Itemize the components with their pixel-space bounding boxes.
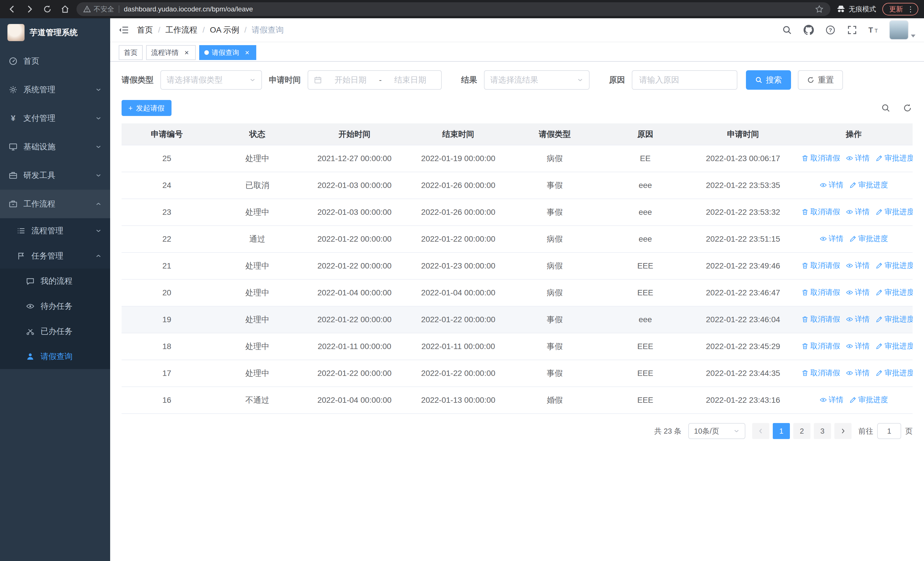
security-warning[interactable]: 不安全 bbox=[83, 5, 114, 14]
cancel-action-link[interactable]: 取消请假 bbox=[801, 153, 840, 163]
sidebar-item-my-process[interactable]: 我的流程 bbox=[0, 269, 110, 294]
font-size-icon[interactable]: TT bbox=[865, 21, 882, 39]
tab-leave-query[interactable]: 请假查询× bbox=[199, 45, 256, 60]
progress-action-link[interactable]: 审批进度 bbox=[849, 234, 888, 244]
app-logo[interactable]: 芋道管理系统 bbox=[0, 18, 110, 47]
breadcrumb-item[interactable]: 工作流程 bbox=[165, 24, 198, 35]
browser-menu-icon[interactable]: ⋮ bbox=[907, 5, 914, 13]
incognito-icon bbox=[837, 5, 845, 14]
column-header: 申请时间 bbox=[691, 123, 795, 145]
search-button[interactable]: 搜索 bbox=[746, 70, 791, 90]
page-button-1[interactable]: 1 bbox=[773, 423, 790, 439]
progress-action-link[interactable]: 审批进度 bbox=[876, 207, 913, 217]
cell-start_time: 2022-01-03 00:00:00 bbox=[303, 199, 406, 226]
sidebar-item-home[interactable]: 首页 bbox=[0, 47, 110, 75]
security-label: 不安全 bbox=[94, 5, 114, 14]
detail-action-link[interactable]: 详情 bbox=[846, 207, 870, 217]
cancel-action-link[interactable]: 取消请假 bbox=[801, 368, 840, 378]
detail-action-link[interactable]: 详情 bbox=[819, 234, 843, 244]
sidebar-item-workflow[interactable]: 工作流程 bbox=[0, 190, 110, 218]
help-icon[interactable]: ? bbox=[822, 21, 839, 39]
cell-actions: 取消请假详情审批进度 bbox=[795, 199, 913, 226]
dashboard-icon bbox=[9, 57, 18, 66]
reset-button[interactable]: 重置 bbox=[798, 70, 843, 90]
leave-type-select[interactable]: 请选择请假类型 bbox=[160, 70, 262, 90]
collapse-sidebar-icon[interactable] bbox=[119, 26, 129, 35]
delete-icon bbox=[801, 343, 809, 350]
progress-action-link[interactable]: 审批进度 bbox=[876, 314, 913, 324]
sidebar-item-system[interactable]: 系统管理 bbox=[0, 75, 110, 104]
progress-action-link[interactable]: 审批进度 bbox=[876, 368, 913, 378]
action-label: 取消请假 bbox=[810, 260, 840, 271]
close-icon[interactable]: × bbox=[183, 48, 190, 57]
page-button-3[interactable]: 3 bbox=[814, 423, 831, 439]
sidebar-item-done-tasks[interactable]: 已办任务 bbox=[0, 319, 110, 344]
goto-suffix: 页 bbox=[905, 426, 913, 436]
chevron-down-icon bbox=[95, 115, 102, 122]
sidebar-item-payment[interactable]: ¥支付管理 bbox=[0, 104, 110, 132]
gear-icon bbox=[9, 85, 18, 94]
sidebar-item-label: 系统管理 bbox=[23, 84, 90, 95]
reason-input[interactable] bbox=[639, 75, 730, 84]
page-size-select[interactable]: 10条/页 bbox=[688, 423, 746, 439]
reload-icon[interactable] bbox=[41, 3, 54, 15]
sidebar-item-leave-query[interactable]: 请假查询 bbox=[0, 344, 110, 369]
page-button-2[interactable]: 2 bbox=[793, 423, 810, 439]
cell-apply_time: 2022-01-22 23:44:35 bbox=[691, 360, 795, 387]
github-icon[interactable] bbox=[800, 21, 817, 39]
result-select[interactable]: 请选择流结果 bbox=[484, 70, 590, 90]
detail-action-link[interactable]: 详情 bbox=[819, 180, 843, 190]
apply-time-range-picker[interactable]: 开始日期 - 结束日期 bbox=[308, 70, 442, 90]
detail-action-link[interactable]: 详情 bbox=[846, 287, 870, 297]
progress-action-link[interactable]: 审批进度 bbox=[876, 341, 913, 351]
forward-icon[interactable] bbox=[23, 3, 36, 15]
progress-action-link[interactable]: 审批进度 bbox=[876, 260, 913, 271]
search-icon[interactable] bbox=[778, 21, 796, 39]
cell-status: 处理中 bbox=[212, 333, 303, 360]
cell-end_time: 2022-01-11 00:00:00 bbox=[406, 333, 510, 360]
sidebar-item-process-management[interactable]: 流程管理 bbox=[0, 218, 110, 244]
cancel-action-link[interactable]: 取消请假 bbox=[801, 314, 840, 324]
prev-page-button[interactable] bbox=[752, 423, 770, 439]
home-icon[interactable] bbox=[59, 3, 71, 15]
detail-action-link[interactable]: 详情 bbox=[846, 260, 870, 271]
toggle-search-icon[interactable] bbox=[880, 103, 891, 113]
cell-actions: 详情审批进度 bbox=[795, 387, 913, 414]
sidebar-item-devtools[interactable]: 研发工具 bbox=[0, 161, 110, 190]
cancel-action-link[interactable]: 取消请假 bbox=[801, 287, 840, 297]
tab-process-detail[interactable]: 流程详情× bbox=[146, 45, 196, 60]
detail-action-link[interactable]: 详情 bbox=[819, 395, 843, 405]
detail-action-link[interactable]: 详情 bbox=[846, 314, 870, 324]
cell-apply_time: 2022-01-23 00:06:17 bbox=[691, 145, 795, 172]
progress-action-link[interactable]: 审批进度 bbox=[849, 180, 888, 190]
address-bar[interactable]: 不安全 dashboard.yudao.iocoder.cn/bpm/oa/le… bbox=[76, 2, 830, 16]
goto-page-input[interactable] bbox=[877, 423, 901, 439]
fullscreen-icon[interactable] bbox=[843, 21, 861, 39]
back-icon[interactable] bbox=[6, 3, 18, 15]
avatar bbox=[889, 20, 909, 40]
tab-home[interactable]: 首页 bbox=[119, 45, 142, 60]
bookmark-star-icon[interactable] bbox=[815, 5, 824, 14]
progress-action-link[interactable]: 审批进度 bbox=[876, 153, 913, 163]
sidebar-item-infrastructure[interactable]: 基础设施 bbox=[0, 132, 110, 161]
browser-update-button[interactable]: 更新 ⋮ bbox=[882, 3, 918, 15]
breadcrumb-item[interactable]: 首页 bbox=[137, 24, 153, 35]
cancel-action-link[interactable]: 取消请假 bbox=[801, 341, 840, 351]
progress-action-link[interactable]: 审批进度 bbox=[876, 287, 913, 297]
detail-action-link[interactable]: 详情 bbox=[846, 368, 870, 378]
next-page-button[interactable] bbox=[834, 423, 852, 439]
detail-action-link[interactable]: 详情 bbox=[846, 153, 870, 163]
cell-end_time: 2022-01-04 00:00:00 bbox=[406, 279, 510, 306]
progress-action-link[interactable]: 审批进度 bbox=[849, 395, 888, 405]
user-menu[interactable] bbox=[889, 20, 915, 40]
refresh-table-icon[interactable] bbox=[902, 103, 913, 113]
sidebar-item-task-management[interactable]: 任务管理 bbox=[0, 244, 110, 269]
detail-action-link[interactable]: 详情 bbox=[846, 341, 870, 351]
sidebar-item-todo-tasks[interactable]: 待办任务 bbox=[0, 294, 110, 319]
search-icon bbox=[755, 76, 762, 84]
breadcrumb-item[interactable]: OA 示例 bbox=[210, 24, 239, 35]
cancel-action-link[interactable]: 取消请假 bbox=[801, 260, 840, 271]
cancel-action-link[interactable]: 取消请假 bbox=[801, 207, 840, 217]
close-icon[interactable]: × bbox=[243, 48, 251, 57]
create-leave-button[interactable]: + 发起请假 bbox=[122, 100, 171, 116]
